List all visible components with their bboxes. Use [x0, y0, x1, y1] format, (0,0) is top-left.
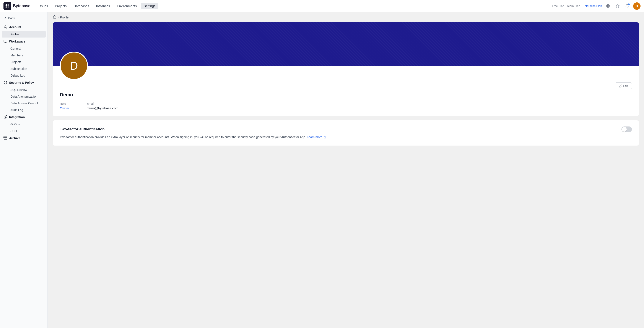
profile-fields: Role Owner Email demo@bytebase.com	[53, 98, 639, 116]
archive-label: Archive	[9, 136, 20, 140]
sidebar-section-security[interactable]: Security & Policy	[0, 79, 48, 86]
role-label: Role	[60, 102, 69, 105]
breadcrumb-current: Profile	[60, 16, 69, 19]
sidebar-item-profile[interactable]: Profile	[2, 31, 46, 38]
email-label: Email	[87, 102, 118, 105]
logo-text: Bytebase	[13, 4, 30, 8]
enterprise-plan-link[interactable]: Enterprise Plan	[583, 4, 602, 8]
learn-more-link[interactable]: Learn more	[307, 135, 326, 139]
sidebar-item-projects[interactable]: Projects	[2, 59, 46, 65]
profile-avatar-area: D	[53, 52, 639, 80]
external-link-icon	[324, 136, 326, 139]
svg-rect-7	[4, 40, 7, 42]
profile-name: Demo	[53, 89, 639, 98]
logo[interactable]: Bytebase	[4, 2, 30, 10]
svg-rect-8	[4, 137, 7, 138]
nav-links: Issues Projects Databases Instances Envi…	[36, 3, 552, 9]
sidebar-section-workspace[interactable]: Workspace	[0, 38, 48, 45]
sidebar-item-general[interactable]: General	[2, 45, 46, 52]
breadcrumb-home[interactable]	[53, 15, 56, 19]
back-button[interactable]: Back	[0, 15, 48, 22]
sidebar-section-integration[interactable]: Integration	[0, 113, 48, 121]
edit-profile-button[interactable]: Edit	[615, 82, 632, 89]
svg-marker-5	[616, 4, 619, 7]
twofa-description: Two-factor authentication provides an ex…	[60, 135, 632, 140]
toggle-knob	[622, 127, 627, 132]
nav-right: Free Plan Team Plan Enterprise Plan D	[552, 3, 640, 10]
archive-icon	[4, 136, 7, 140]
profile-avatar: D	[60, 52, 88, 80]
logo-icon	[4, 2, 11, 10]
twofa-toggle[interactable]	[622, 126, 632, 132]
security-icon	[4, 81, 7, 85]
profile-card: D Edit Demo Role Owner Email demo@by	[53, 22, 639, 116]
sidebar: Back Account Profile Workspace General M…	[0, 12, 48, 328]
sidebar-item-debug-log[interactable]: Debug Log	[2, 72, 46, 79]
workspace-label: Workspace	[9, 40, 25, 43]
page-layout: Back Account Profile Workspace General M…	[0, 12, 644, 328]
security-label: Security & Policy	[9, 81, 34, 84]
star-icon[interactable]	[614, 3, 621, 10]
sidebar-item-data-anonymization[interactable]: Data Anonymization	[2, 93, 46, 100]
language-icon[interactable]	[604, 3, 612, 10]
free-plan-label: Free Plan	[552, 4, 564, 8]
account-icon	[4, 25, 7, 29]
svg-rect-3	[8, 6, 9, 8]
nav-settings[interactable]: Settings	[141, 3, 158, 9]
breadcrumb-separator: ›	[58, 16, 59, 19]
nav-databases[interactable]: Databases	[71, 3, 92, 9]
twofa-header: Two-factor authentication	[60, 126, 632, 132]
account-label: Account	[9, 25, 21, 29]
email-value: demo@bytebase.com	[87, 106, 118, 110]
integration-icon	[4, 115, 7, 119]
main-content: › Profile D Edit Demo Role Own	[48, 12, 644, 328]
breadcrumb: › Profile	[48, 12, 644, 22]
sidebar-item-subscription[interactable]: Subscription	[2, 66, 46, 72]
notification-badge	[628, 4, 630, 5]
nav-environments[interactable]: Environments	[114, 3, 140, 9]
svg-rect-0	[6, 4, 7, 6]
sidebar-item-audit-log[interactable]: Audit Log	[2, 107, 46, 113]
svg-line-10	[325, 136, 326, 138]
sidebar-item-data-access-control[interactable]: Data Access Control	[2, 100, 46, 107]
sidebar-item-sso[interactable]: SSO	[2, 128, 46, 134]
nav-instances[interactable]: Instances	[93, 3, 113, 9]
sidebar-item-sql-review[interactable]: SQL Review	[2, 87, 46, 93]
email-field: Email demo@bytebase.com	[87, 102, 118, 110]
notification-icon[interactable]	[624, 3, 630, 10]
svg-point-6	[5, 26, 6, 27]
team-plan-label: Team Plan	[567, 4, 580, 8]
pencil-icon	[619, 84, 622, 87]
svg-rect-2	[6, 6, 7, 8]
top-navigation: Bytebase Issues Projects Databases Insta…	[0, 0, 644, 12]
svg-rect-1	[8, 4, 9, 6]
nav-projects[interactable]: Projects	[52, 3, 70, 9]
role-value[interactable]: Owner	[60, 106, 69, 110]
twofa-card: Two-factor authentication Two-factor aut…	[53, 120, 639, 146]
user-avatar[interactable]: D	[633, 3, 640, 10]
sidebar-section-archive[interactable]: Archive	[0, 135, 48, 142]
integration-label: Integration	[9, 115, 25, 119]
twofa-title: Two-factor authentication	[60, 127, 105, 131]
nav-issues[interactable]: Issues	[36, 3, 51, 9]
workspace-icon	[4, 40, 7, 43]
sidebar-item-members[interactable]: Members	[2, 52, 46, 59]
sidebar-section-account[interactable]: Account	[0, 24, 48, 31]
edit-button-row: Edit	[53, 80, 639, 89]
edit-label: Edit	[623, 84, 628, 88]
sidebar-item-gitops[interactable]: GitOps	[2, 121, 46, 128]
role-field: Role Owner	[60, 102, 69, 110]
back-label: Back	[8, 17, 15, 20]
